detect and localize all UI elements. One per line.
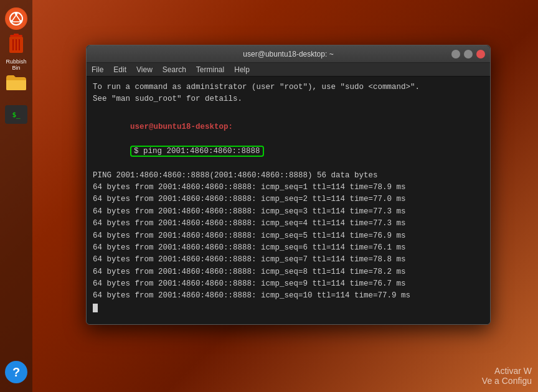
sudo-notice-2: See "man sudo_root" for details. — [93, 93, 484, 105]
ping-line-2: 64 bytes from 2001:4860:4860::8888: icmp… — [93, 194, 484, 205]
terminal-menubar: File Edit View Search Terminal Help — [87, 63, 490, 77]
minimize-button[interactable] — [451, 50, 460, 58]
ubuntu-icon — [5, 7, 27, 30]
close-button[interactable] — [476, 50, 485, 58]
terminal-taskbar-icon: $_ — [5, 105, 27, 124]
ping-line-1: 64 bytes from 2001:4860:4860::8888: icmp… — [93, 182, 484, 194]
ping-line-6: 64 bytes from 2001:4860:4860::8888: icmp… — [93, 242, 484, 254]
menu-edit[interactable]: Edit — [113, 65, 126, 74]
terminal-titlebar: user@ubuntu18-desktop: ~ — [87, 45, 490, 63]
svg-rect-5 — [14, 34, 19, 35]
menu-view[interactable]: View — [136, 65, 153, 74]
cursor-line — [93, 302, 484, 314]
terminal-window: user@ubuntu18-desktop: ~ File Edit View … — [86, 45, 491, 325]
terminal-title: user@ubuntu18-desktop: ~ — [92, 50, 485, 58]
taskbar-rubbish-bin[interactable]: Rubbish Bin — [2, 39, 30, 66]
svg-point-1 — [15, 12, 17, 15]
menu-search[interactable]: Search — [163, 65, 186, 74]
rubbish-bin-icon — [6, 33, 26, 58]
prompt-user: user@ubuntu18-desktop: — [130, 123, 233, 131]
cursor — [93, 304, 98, 312]
ping-line-10: 64 bytes from 2001:4860:4860::8888: icmp… — [93, 290, 484, 302]
maximize-button[interactable] — [464, 50, 473, 58]
command-line: user@ubuntu18-desktop: $ ping 2001:4860:… — [93, 110, 484, 170]
terminal-body[interactable]: To run a command as administrator (user … — [87, 77, 490, 324]
ping-line-3: 64 bytes from 2001:4860:4860::8888: icmp… — [93, 206, 484, 218]
menu-file[interactable]: File — [92, 65, 103, 74]
menu-help[interactable]: Help — [234, 65, 250, 74]
ping-line-4: 64 bytes from 2001:4860:4860::8888: icmp… — [93, 218, 484, 230]
taskbar-files[interactable] — [2, 70, 30, 97]
ping-line-5: 64 bytes from 2001:4860:4860::8888: icmp… — [93, 230, 484, 242]
watermark-line2: Ve a Configu — [482, 376, 532, 386]
prompt-dollar — [130, 135, 135, 144]
help-icon: ? — [5, 361, 27, 383]
taskbar-left: Rubbish Bin $_ ? — [0, 0, 32, 392]
watermark-line1: Activar W — [482, 366, 532, 376]
window-controls — [451, 50, 485, 58]
ping-line-8: 64 bytes from 2001:4860:4860::8888: icmp… — [93, 266, 484, 278]
menu-terminal[interactable]: Terminal — [196, 65, 224, 74]
desktop: Rubbish Bin $_ ? user@ubuntu18-desktop: — [0, 0, 538, 392]
taskbar-ubuntu-logo[interactable] — [2, 5, 30, 32]
ping-header: PING 2001:4860:4860::8888(2001:4860:4860… — [93, 170, 484, 182]
ping-line-9: 64 bytes from 2001:4860:4860::8888: icmp… — [93, 278, 484, 290]
folder-icon — [5, 73, 27, 94]
sudo-notice-1: To run a command as administrator (user … — [93, 82, 484, 93]
command-highlighted: $ ping 2001:4860:4860::8888 — [130, 146, 264, 157]
watermark: Activar W Ve a Configu — [482, 366, 532, 386]
taskbar-help[interactable]: ? — [2, 358, 30, 386]
ping-line-7: 64 bytes from 2001:4860:4860::8888: icmp… — [93, 254, 484, 266]
taskbar-terminal[interactable]: $_ — [2, 101, 30, 128]
